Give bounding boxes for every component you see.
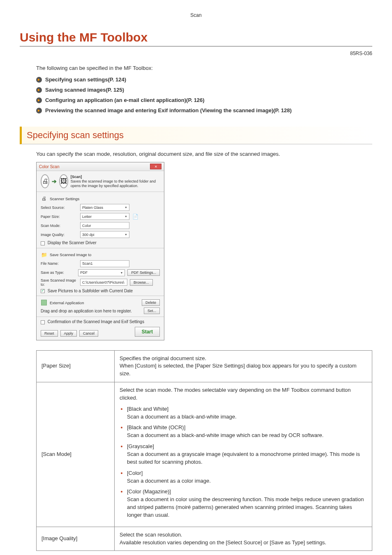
select-source-label: Select Source:	[41, 206, 78, 210]
link-item[interactable]: Configuring an application (an e-mail cl…	[36, 96, 372, 105]
external-app-note: Drag and drop an application icon here t…	[41, 309, 132, 313]
save-as-type-dropdown[interactable]: PDF	[78, 269, 125, 276]
setting-desc: Select the scan mode. The modes selectab…	[115, 382, 372, 527]
arrow-icon: ➔	[52, 178, 57, 185]
link-item[interactable]: Saving scanned images(P. 125)	[36, 86, 372, 95]
bullet-icon	[36, 77, 42, 83]
start-button[interactable]: Start	[135, 327, 160, 337]
dialog-title: Color Scan	[39, 164, 59, 169]
confirm-label: Confirmation of the Scanned Image and Ex…	[48, 319, 144, 324]
scan-desc-label: [Scan]	[71, 175, 160, 179]
dialog-color-scan: Color Scan ✕ 🖨 ➔ 🖼 [Scan] Saves the scan…	[36, 162, 164, 340]
link-item[interactable]: Previewing the scanned image and enterin…	[36, 106, 372, 115]
page-title: Using the MF Toolbox	[20, 30, 372, 46]
bullet-icon	[36, 97, 42, 103]
save-as-type-label: Save as Type:	[41, 271, 76, 275]
scanner-icon: 🖨	[41, 174, 49, 188]
link-item[interactable]: Specifying scan settings(P. 124)	[36, 75, 372, 84]
save-subfolder-label: Save Pictures to a Subfolder with Curren…	[48, 289, 133, 293]
setting-label: [Paper Size]	[37, 350, 115, 382]
scan-mode-value: Color	[80, 222, 129, 229]
app-icon	[41, 299, 47, 306]
setting-label: [Image Quality]	[37, 527, 115, 551]
table-row: [Scan Mode] Select the scan mode. The mo…	[37, 382, 372, 527]
close-icon[interactable]: ✕	[150, 164, 161, 169]
reset-button[interactable]: Reset	[41, 330, 58, 337]
confirm-checkbox[interactable]	[41, 320, 45, 324]
paper-size-label: Paper Size:	[41, 215, 78, 219]
table-row: [Paper Size] Specifies the original docu…	[37, 350, 372, 382]
delete-button[interactable]: Delete	[142, 299, 160, 306]
setting-label: [Scan Mode]	[37, 382, 115, 527]
image-quality-label: Image Quality:	[41, 233, 78, 237]
paper-size-custom-icon[interactable]: 📄	[132, 213, 138, 220]
setting-desc: Select the scan resolution. Available re…	[115, 527, 372, 551]
display-driver-label: Display the Scanner Driver	[48, 240, 97, 245]
browse-button[interactable]: Browse...	[130, 279, 153, 286]
save-subfolder-checkbox[interactable]	[41, 289, 45, 293]
pdf-settings-button[interactable]: PDF Settings...	[127, 269, 160, 276]
save-to-label: Save Scanned Image to:	[41, 278, 78, 287]
bullet-icon	[36, 108, 42, 113]
image-icon: 🖼	[59, 174, 68, 188]
bullet-icon	[36, 87, 42, 93]
doc-id: 85RS-036	[20, 51, 372, 56]
settings-table: [Paper Size] Specifies the original docu…	[36, 350, 372, 551]
select-source-dropdown[interactable]: Platen Glass	[80, 204, 129, 211]
setting-desc: Specifies the original document size. Wh…	[115, 350, 372, 382]
scanner-settings-heading: Scanner Settings	[50, 197, 79, 201]
breadcrumb: Scan	[20, 12, 372, 18]
paper-size-dropdown[interactable]: Letter	[80, 213, 129, 220]
table-row: [Image Quality] Select the scan resoluti…	[37, 527, 372, 551]
file-name-label: File Name:	[41, 261, 78, 266]
save-heading: Save Scanned Image to	[50, 252, 91, 257]
scanner-settings-icon: 🖨	[41, 195, 47, 202]
external-app-heading: External Application	[50, 301, 84, 305]
section-heading: Specifying scan settings	[20, 127, 372, 144]
apply-button[interactable]: Apply	[60, 330, 77, 337]
link-list: Specifying scan settings(P. 124) Saving …	[36, 75, 372, 115]
file-name-input[interactable]: Scan1	[80, 260, 129, 267]
set-button[interactable]: Set...	[144, 308, 160, 314]
save-to-input[interactable]: C:\Users\user07\Pictures\	[80, 279, 127, 286]
scan-desc-text: Saves the scanned image to the selected …	[71, 179, 156, 188]
section-intro: You can specify the scan mode, resolutio…	[36, 151, 372, 157]
folder-icon: 📁	[41, 252, 47, 258]
display-driver-checkbox[interactable]	[41, 241, 45, 245]
cancel-button[interactable]: Cancel	[79, 330, 98, 337]
scan-mode-label: Scan Mode:	[41, 224, 78, 228]
image-quality-dropdown[interactable]: 300 dpi	[80, 231, 129, 238]
intro-text: The following can be specified in the MF…	[36, 64, 372, 73]
